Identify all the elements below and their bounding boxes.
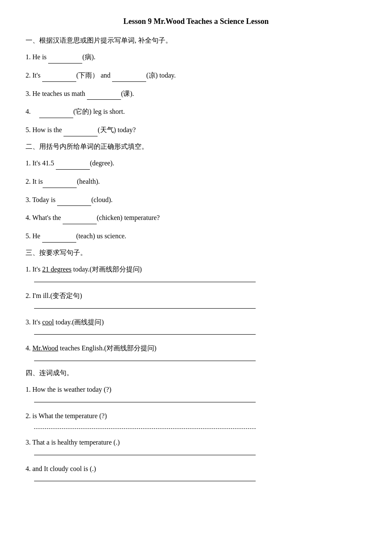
answer-line-3-1[interactable] bbox=[34, 282, 256, 282]
section2-header: 二、用括号内所给单词的正确形式填空。 bbox=[26, 142, 366, 151]
q1-1: 1. He is (病). bbox=[26, 51, 366, 64]
q3-3-underline: cool bbox=[42, 318, 54, 326]
section3: 三、按要求写句子。 1. It's 21 degrees today.(对画线部… bbox=[26, 249, 366, 361]
q2-4: 4. What's the (chicken) temperature? bbox=[26, 212, 366, 224]
q3-1: 1. It's 21 degrees today.(对画线部分提问) bbox=[26, 263, 366, 276]
blank-1-4[interactable] bbox=[39, 110, 73, 118]
q3-2-group: 2. I'm ill.(变否定句) bbox=[26, 290, 366, 309]
q4-1: 1. How the is weather today (?) bbox=[26, 384, 366, 396]
blank-2-1[interactable] bbox=[56, 162, 90, 170]
q3-4-underline: Mr.Wood bbox=[32, 344, 58, 352]
blank-1-1[interactable] bbox=[48, 56, 82, 64]
q1-4: 4. (它的) leg is short. bbox=[26, 106, 366, 118]
blank-2-5[interactable] bbox=[42, 235, 76, 243]
q3-4-group: 4. Mr.Wood teaches English.(对画线部分提问) bbox=[26, 342, 366, 361]
blank-1-3[interactable] bbox=[87, 92, 121, 100]
q2-2: 2. It is(health). bbox=[26, 176, 366, 188]
q1-3: 3. He teaches us math (课). bbox=[26, 88, 366, 100]
answer-line-4-3[interactable] bbox=[34, 455, 256, 455]
q3-4: 4. Mr.Wood teaches English.(对画线部分提问) bbox=[26, 342, 366, 355]
answer-line-4-1[interactable] bbox=[34, 402, 256, 402]
q4-3-group: 3. That a is healthy temperature (.) bbox=[26, 436, 366, 455]
q2-5: 5. He (teach) us science. bbox=[26, 230, 366, 243]
q4-2-group: 2. is What the temperature (?) bbox=[26, 410, 366, 429]
q1-5: 5. How is the (天气) today? bbox=[26, 124, 366, 136]
blank-1-2a[interactable] bbox=[42, 74, 76, 82]
q1-2: 2. It's (下雨） and (凉) today. bbox=[26, 69, 366, 82]
q3-1-group: 1. It's 21 degrees today.(对画线部分提问) bbox=[26, 263, 366, 282]
q3-1-underline: 21 degrees bbox=[42, 266, 72, 273]
answer-line-4-4[interactable] bbox=[34, 481, 256, 481]
answer-line-3-3[interactable] bbox=[34, 334, 256, 335]
section4: 四、连词成句。 1. How the is weather today (?) … bbox=[26, 369, 366, 481]
q2-1: 1. It's 41.5 (degree). bbox=[26, 157, 366, 170]
q4-1-group: 1. How the is weather today (?) bbox=[26, 384, 366, 402]
q4-4: 4. and It cloudy cool is (.) bbox=[26, 463, 366, 475]
blank-2-2[interactable] bbox=[43, 180, 77, 188]
q2-3: 3. Today is (cloud). bbox=[26, 194, 366, 206]
q4-3: 3. That a is healthy temperature (.) bbox=[26, 436, 366, 449]
answer-line-3-4[interactable] bbox=[34, 361, 256, 361]
q3-3-group: 3. It's cool today.(画线提问) bbox=[26, 316, 366, 335]
page-title: Lesson 9 Mr.Wood Teaches a Science Lesso… bbox=[26, 17, 366, 26]
q3-2: 2. I'm ill.(变否定句) bbox=[26, 290, 366, 302]
section4-header: 四、连词成句。 bbox=[26, 369, 366, 378]
q3-3: 3. It's cool today.(画线提问) bbox=[26, 316, 366, 329]
section3-header: 三、按要求写句子。 bbox=[26, 249, 366, 257]
answer-line-4-2[interactable] bbox=[34, 428, 256, 429]
blank-1-2b[interactable] bbox=[112, 74, 146, 82]
q4-2: 2. is What the temperature (?) bbox=[26, 410, 366, 422]
q4-4-group: 4. and It cloudy cool is (.) bbox=[26, 463, 366, 482]
answer-line-3-2[interactable] bbox=[34, 308, 256, 309]
blank-2-3[interactable] bbox=[57, 198, 91, 206]
section2: 二、用括号内所给单词的正确形式填空。 1. It's 41.5 (degree)… bbox=[26, 142, 366, 243]
blank-2-4[interactable] bbox=[63, 217, 97, 224]
blank-1-5[interactable] bbox=[63, 129, 98, 136]
section1-header: 一、根据汉语意思或图片提示写单词, 补全句子。 bbox=[26, 36, 366, 45]
section1: 一、根据汉语意思或图片提示写单词, 补全句子。 1. He is (病). 2.… bbox=[26, 36, 366, 136]
